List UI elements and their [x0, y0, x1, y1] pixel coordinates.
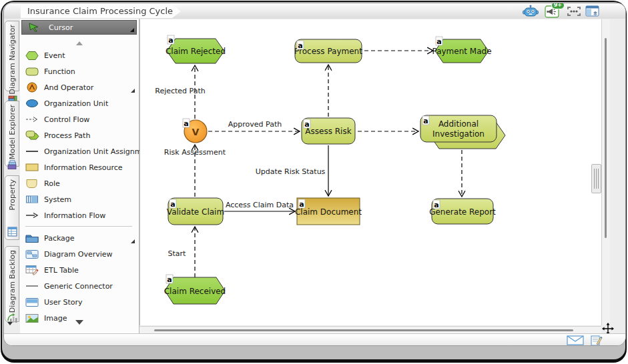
fit-to-window-icon[interactable]	[565, 5, 583, 18]
tab-model-explorer[interactable]: Model Explorer	[5, 101, 19, 167]
message-envelope-icon[interactable]	[567, 335, 584, 345]
and-operator-icon	[24, 82, 40, 93]
svg-text:Process Payment: Process Payment	[294, 47, 362, 56]
palette-item-event[interactable]: Event	[21, 48, 137, 63]
diagram-title: Insurance Claim Processing Cycle	[27, 6, 173, 16]
information-flow-icon	[24, 211, 40, 220]
edge-label-rejected-path: Rejected Path	[155, 87, 206, 95]
package-icon	[24, 233, 40, 243]
svg-text:a: a	[436, 37, 441, 46]
edge-label-start: Start	[168, 249, 187, 258]
palette-item-function[interactable]: Function	[21, 64, 137, 79]
svg-text:Validate Claim: Validate Claim	[167, 207, 224, 217]
svg-text:a: a	[170, 200, 175, 209]
side-tabstrip: Diagram Navigator Model Explorer	[4, 19, 20, 333]
tab-property[interactable]: Property	[5, 175, 19, 240]
diagram-canvas[interactable]: Start Rejected Path Approved Path Update…	[139, 19, 601, 325]
palette-item-cursor[interactable]: Cursor	[21, 20, 137, 35]
palette-item-information-flow[interactable]: Information Flow	[21, 208, 137, 223]
svg-text:a: a	[423, 117, 428, 125]
diagram-svg: Start Rejected Path Approved Path Update…	[140, 19, 601, 325]
svg-text:Claim Document: Claim Document	[295, 207, 362, 217]
palette-item-etl-table[interactable]: ETL Table	[21, 263, 137, 277]
svg-text:Claim Rejected: Claim Rejected	[166, 47, 226, 56]
svg-text:a: a	[434, 201, 438, 209]
svg-text:a: a	[304, 120, 309, 129]
tool-palette: Cursor Event Function And Operator	[20, 19, 139, 333]
node-markers: a a a a a a a a a a	[166, 35, 442, 284]
svg-text:Claim Received: Claim Received	[164, 287, 226, 296]
organization-unit-icon	[24, 99, 40, 108]
svg-text:Additional: Additional	[438, 119, 479, 129]
image-icon	[24, 313, 40, 323]
panel-layout-icon[interactable]	[584, 5, 601, 18]
palette-item-control-flow[interactable]: Control Flow	[21, 112, 137, 127]
tab-diagram-navigator[interactable]: Diagram Navigator	[5, 21, 19, 91]
tab-diagram-backlog[interactable]: Diagram Backlog	[5, 246, 19, 322]
svg-text:V: V	[192, 127, 200, 137]
palette-item-generic-connector[interactable]: Generic Connector	[21, 279, 137, 293]
ai-assistant-icon[interactable]	[522, 5, 539, 18]
announcement-count-badge: 9+	[551, 3, 565, 9]
process-path-icon	[24, 130, 40, 141]
main-area: Diagram Navigator Model Explorer	[4, 19, 625, 333]
property-icon	[7, 226, 18, 237]
cursor-icon	[26, 23, 42, 32]
edge-label-approved-path: Approved Path	[228, 120, 282, 129]
edge-label-access-claim-data: Access Claim Data	[226, 201, 294, 209]
and-operator-variants-corner[interactable]	[131, 89, 135, 93]
vertical-scroll-thumb[interactable]	[605, 38, 607, 238]
svg-text:a: a	[167, 275, 172, 284]
event-icon	[24, 51, 40, 61]
palette-item-organization-unit-assignment[interactable]: Organization Unit Assignment	[21, 144, 137, 159]
horizontal-scroll-thumb[interactable]	[154, 329, 573, 331]
palette-item-information-resource[interactable]: Information Resource	[21, 160, 137, 175]
palette-item-user-story[interactable]: User Story	[21, 295, 137, 309]
palette-item-and-operator[interactable]: And Operator	[21, 80, 137, 95]
generic-connector-icon	[24, 283, 40, 289]
edge-label-update-risk-status: Update Risk Status	[256, 167, 326, 176]
svg-text:a: a	[168, 36, 173, 45]
information-resource-icon	[24, 163, 40, 172]
diagram-overview-icon	[24, 249, 40, 259]
diagram-title-tab[interactable]: Insurance Claim Processing Cycle	[21, 5, 181, 18]
svg-text:Assess Risk: Assess Risk	[305, 127, 351, 136]
status-bar	[4, 333, 625, 346]
palette-scroll-down[interactable]	[75, 320, 83, 325]
etl-table-icon	[24, 265, 40, 275]
palette-item-package[interactable]: Package	[21, 231, 137, 245]
vertical-scrollbar[interactable]	[601, 19, 610, 325]
package-variants-corner[interactable]	[131, 239, 135, 243]
palette-item-process-path[interactable]: Process Path	[21, 128, 137, 143]
notes-icon[interactable]	[591, 335, 603, 345]
organization-unit-assignment-icon	[24, 149, 40, 154]
control-flow-icon	[24, 115, 40, 124]
app-window: Insurance Claim Processing Cycle 9+	[3, 3, 626, 346]
model-explorer-icon	[7, 159, 18, 171]
palette-scroll-up[interactable]	[76, 41, 83, 45]
announcements-icon[interactable]: 9+	[544, 5, 561, 18]
svg-text:Investigation: Investigation	[432, 129, 485, 139]
function-icon	[24, 67, 40, 77]
cursor-resize-corner	[130, 28, 134, 32]
user-story-icon	[24, 297, 40, 307]
palette-item-system[interactable]: System	[21, 192, 137, 207]
svg-text:a: a	[184, 119, 188, 128]
operator-caption: Risk Assessment	[164, 148, 226, 157]
tabstrip-more-caret[interactable]	[7, 322, 13, 325]
palette-item-organization-unit[interactable]: Organization Unit	[21, 96, 137, 111]
canvas-splitter-grip[interactable]	[591, 164, 601, 193]
role-icon	[24, 179, 40, 189]
svg-text:a: a	[299, 200, 304, 209]
top-toolbar: Insurance Claim Processing Cycle 9+	[4, 3, 625, 19]
system-icon	[24, 195, 40, 204]
palette-item-diagram-overview[interactable]: Diagram Overview	[21, 247, 137, 261]
svg-text:a: a	[298, 41, 302, 50]
palette-item-role[interactable]: Role	[21, 176, 137, 191]
node-additional-investigation[interactable]: Additional Investigation	[420, 115, 505, 149]
palette-separator	[25, 226, 132, 227]
svg-text:Payment Made: Payment Made	[432, 47, 491, 56]
